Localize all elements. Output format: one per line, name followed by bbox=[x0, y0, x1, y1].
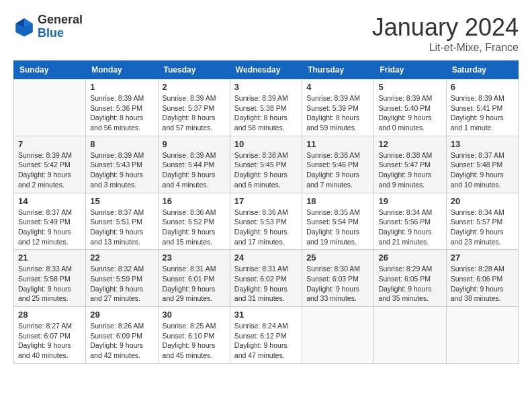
day-number: 1 bbox=[90, 82, 153, 92]
column-header-wednesday: Wednesday bbox=[230, 61, 302, 79]
column-header-thursday: Thursday bbox=[302, 61, 374, 79]
calendar-cell bbox=[446, 307, 518, 364]
day-number: 15 bbox=[90, 196, 153, 206]
calendar-cell: 20Sunrise: 8:34 AM Sunset: 5:57 PM Dayli… bbox=[446, 193, 518, 250]
day-number: 13 bbox=[451, 139, 514, 149]
day-number: 7 bbox=[18, 139, 81, 149]
calendar-cell: 13Sunrise: 8:37 AM Sunset: 5:48 PM Dayli… bbox=[446, 136, 518, 193]
calendar-cell: 22Sunrise: 8:32 AM Sunset: 5:59 PM Dayli… bbox=[86, 250, 158, 307]
day-info: Sunrise: 8:38 AM Sunset: 5:46 PM Dayligh… bbox=[306, 150, 369, 190]
calendar-cell: 17Sunrise: 8:36 AM Sunset: 5:53 PM Dayli… bbox=[230, 193, 302, 250]
day-info: Sunrise: 8:24 AM Sunset: 6:12 PM Dayligh… bbox=[234, 321, 298, 361]
calendar-cell: 23Sunrise: 8:31 AM Sunset: 6:01 PM Dayli… bbox=[158, 250, 230, 307]
calendar-week-row: 21Sunrise: 8:33 AM Sunset: 5:58 PM Dayli… bbox=[14, 250, 519, 307]
day-info: Sunrise: 8:31 AM Sunset: 6:01 PM Dayligh… bbox=[163, 264, 226, 304]
day-number: 4 bbox=[306, 82, 369, 92]
day-number: 31 bbox=[234, 310, 298, 320]
column-header-monday: Monday bbox=[86, 61, 158, 79]
day-number: 12 bbox=[378, 139, 441, 149]
day-info: Sunrise: 8:34 AM Sunset: 5:56 PM Dayligh… bbox=[378, 208, 441, 247]
calendar-cell: 6Sunrise: 8:39 AM Sunset: 5:41 PM Daylig… bbox=[446, 79, 518, 136]
day-info: Sunrise: 8:29 AM Sunset: 6:05 PM Dayligh… bbox=[378, 264, 441, 304]
day-number: 10 bbox=[234, 139, 298, 149]
calendar-week-row: 14Sunrise: 8:37 AM Sunset: 5:49 PM Dayli… bbox=[14, 193, 519, 250]
day-number: 20 bbox=[451, 196, 514, 206]
day-info: Sunrise: 8:39 AM Sunset: 5:39 PM Dayligh… bbox=[306, 93, 369, 133]
day-number: 29 bbox=[90, 310, 153, 320]
day-number: 30 bbox=[163, 310, 226, 320]
day-info: Sunrise: 8:36 AM Sunset: 5:53 PM Dayligh… bbox=[234, 208, 298, 247]
day-info: Sunrise: 8:38 AM Sunset: 5:45 PM Dayligh… bbox=[234, 150, 298, 190]
calendar-cell bbox=[374, 307, 446, 364]
day-info: Sunrise: 8:35 AM Sunset: 5:54 PM Dayligh… bbox=[306, 208, 369, 247]
day-number: 28 bbox=[18, 310, 81, 320]
calendar-cell: 16Sunrise: 8:36 AM Sunset: 5:52 PM Dayli… bbox=[158, 193, 230, 250]
calendar-cell: 25Sunrise: 8:30 AM Sunset: 6:03 PM Dayli… bbox=[302, 250, 374, 307]
column-header-sunday: Sunday bbox=[14, 61, 86, 79]
day-info: Sunrise: 8:39 AM Sunset: 5:40 PM Dayligh… bbox=[378, 93, 441, 133]
month-title: January 2024 bbox=[372, 13, 519, 42]
day-info: Sunrise: 8:39 AM Sunset: 5:42 PM Dayligh… bbox=[18, 150, 81, 190]
day-info: Sunrise: 8:26 AM Sunset: 6:09 PM Dayligh… bbox=[90, 321, 153, 361]
day-info: Sunrise: 8:27 AM Sunset: 6:07 PM Dayligh… bbox=[18, 321, 81, 361]
column-header-saturday: Saturday bbox=[446, 61, 518, 79]
location-text: Lit-et-Mixe, France bbox=[372, 42, 519, 54]
day-number: 6 bbox=[451, 82, 514, 92]
calendar-cell: 9Sunrise: 8:39 AM Sunset: 5:44 PM Daylig… bbox=[158, 136, 230, 193]
day-info: Sunrise: 8:33 AM Sunset: 5:58 PM Dayligh… bbox=[18, 264, 81, 304]
day-info: Sunrise: 8:37 AM Sunset: 5:49 PM Dayligh… bbox=[18, 208, 81, 247]
day-info: Sunrise: 8:39 AM Sunset: 5:38 PM Dayligh… bbox=[234, 93, 298, 133]
calendar-week-row: 1Sunrise: 8:39 AM Sunset: 5:36 PM Daylig… bbox=[14, 79, 519, 136]
day-number: 3 bbox=[234, 82, 298, 92]
day-info: Sunrise: 8:37 AM Sunset: 5:51 PM Dayligh… bbox=[90, 208, 153, 247]
calendar-cell: 2Sunrise: 8:39 AM Sunset: 5:37 PM Daylig… bbox=[158, 79, 230, 136]
calendar-cell: 30Sunrise: 8:25 AM Sunset: 6:10 PM Dayli… bbox=[158, 307, 230, 364]
day-number: 22 bbox=[90, 253, 153, 263]
calendar-cell: 5Sunrise: 8:39 AM Sunset: 5:40 PM Daylig… bbox=[374, 79, 446, 136]
day-info: Sunrise: 8:34 AM Sunset: 5:57 PM Dayligh… bbox=[451, 208, 514, 247]
calendar-cell: 10Sunrise: 8:38 AM Sunset: 5:45 PM Dayli… bbox=[230, 136, 302, 193]
calendar-cell: 24Sunrise: 8:31 AM Sunset: 6:02 PM Dayli… bbox=[230, 250, 302, 307]
calendar-cell: 1Sunrise: 8:39 AM Sunset: 5:36 PM Daylig… bbox=[86, 79, 158, 136]
day-info: Sunrise: 8:30 AM Sunset: 6:03 PM Dayligh… bbox=[306, 264, 369, 304]
day-info: Sunrise: 8:39 AM Sunset: 5:37 PM Dayligh… bbox=[163, 93, 226, 133]
day-info: Sunrise: 8:36 AM Sunset: 5:52 PM Dayligh… bbox=[163, 208, 226, 247]
calendar-cell: 18Sunrise: 8:35 AM Sunset: 5:54 PM Dayli… bbox=[302, 193, 374, 250]
day-number: 27 bbox=[451, 253, 514, 263]
day-number: 2 bbox=[163, 82, 226, 92]
day-info: Sunrise: 8:38 AM Sunset: 5:47 PM Dayligh… bbox=[378, 150, 441, 190]
day-number: 18 bbox=[306, 196, 369, 206]
calendar-header-row: SundayMondayTuesdayWednesdayThursdayFrid… bbox=[14, 61, 519, 79]
day-info: Sunrise: 8:32 AM Sunset: 5:59 PM Dayligh… bbox=[90, 264, 153, 304]
calendar-cell: 21Sunrise: 8:33 AM Sunset: 5:58 PM Dayli… bbox=[14, 250, 86, 307]
day-info: Sunrise: 8:28 AM Sunset: 6:06 PM Dayligh… bbox=[451, 264, 514, 304]
calendar-cell bbox=[302, 307, 374, 364]
calendar-cell: 15Sunrise: 8:37 AM Sunset: 5:51 PM Dayli… bbox=[86, 193, 158, 250]
day-info: Sunrise: 8:31 AM Sunset: 6:02 PM Dayligh… bbox=[234, 264, 298, 304]
column-header-friday: Friday bbox=[374, 61, 446, 79]
calendar-cell: 28Sunrise: 8:27 AM Sunset: 6:07 PM Dayli… bbox=[14, 307, 86, 364]
day-number: 17 bbox=[234, 196, 298, 206]
page-header: General Blue January 2024 Lit-et-Mixe, F… bbox=[13, 13, 519, 54]
calendar-cell: 7Sunrise: 8:39 AM Sunset: 5:42 PM Daylig… bbox=[14, 136, 86, 193]
calendar-cell: 8Sunrise: 8:39 AM Sunset: 5:43 PM Daylig… bbox=[86, 136, 158, 193]
day-number: 19 bbox=[378, 196, 441, 206]
day-info: Sunrise: 8:39 AM Sunset: 5:41 PM Dayligh… bbox=[451, 93, 514, 133]
calendar-cell: 26Sunrise: 8:29 AM Sunset: 6:05 PM Dayli… bbox=[374, 250, 446, 307]
day-number: 14 bbox=[18, 196, 81, 206]
day-number: 8 bbox=[90, 139, 153, 149]
logo: General Blue bbox=[13, 13, 83, 40]
calendar-cell: 11Sunrise: 8:38 AM Sunset: 5:46 PM Dayli… bbox=[302, 136, 374, 193]
day-info: Sunrise: 8:39 AM Sunset: 5:36 PM Dayligh… bbox=[90, 93, 153, 133]
day-number: 23 bbox=[163, 253, 226, 263]
logo-general-text: General bbox=[38, 13, 83, 27]
calendar-cell: 19Sunrise: 8:34 AM Sunset: 5:56 PM Dayli… bbox=[374, 193, 446, 250]
logo-text: General Blue bbox=[38, 13, 83, 40]
day-number: 26 bbox=[378, 253, 441, 263]
calendar-table: SundayMondayTuesdayWednesdayThursdayFrid… bbox=[13, 60, 519, 364]
day-number: 25 bbox=[306, 253, 369, 263]
day-number: 11 bbox=[306, 139, 369, 149]
calendar-cell: 31Sunrise: 8:24 AM Sunset: 6:12 PM Dayli… bbox=[230, 307, 302, 364]
logo-blue-text: Blue bbox=[38, 27, 83, 40]
day-number: 16 bbox=[163, 196, 226, 206]
